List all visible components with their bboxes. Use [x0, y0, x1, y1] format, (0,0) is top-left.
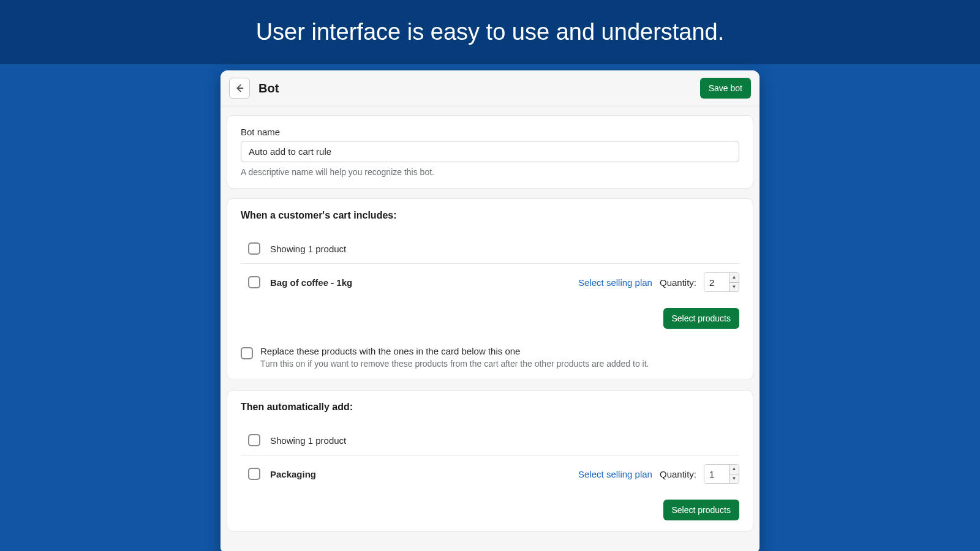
include-quantity-stepper: ▲ ▼: [704, 272, 739, 292]
back-button[interactable]: [229, 78, 250, 99]
marketing-banner: User interface is easy to use and unders…: [0, 0, 980, 64]
add-select-all-checkbox[interactable]: [248, 434, 260, 446]
add-quantity-input[interactable]: [704, 465, 729, 483]
include-quantity-input[interactable]: [704, 273, 729, 291]
add-showing-row: Showing 1 product: [241, 425, 739, 455]
include-qty-up-button[interactable]: ▲: [729, 273, 739, 282]
bot-name-label: Bot name: [241, 127, 739, 137]
chevron-up-icon: ▲: [732, 467, 737, 471]
chevron-down-icon: ▼: [732, 285, 737, 290]
replace-checkbox[interactable]: [241, 347, 253, 359]
include-select-products-button[interactable]: Select products: [663, 308, 740, 329]
save-bot-button[interactable]: Save bot: [700, 78, 751, 99]
add-select-products-button[interactable]: Select products: [663, 500, 740, 520]
include-select-all-checkbox[interactable]: [248, 242, 260, 255]
include-select-plan-link[interactable]: Select selling plan: [578, 277, 652, 288]
bot-name-input[interactable]: [241, 141, 739, 162]
add-select-plan-link[interactable]: Select selling plan: [578, 469, 652, 479]
chevron-up-icon: ▲: [732, 275, 737, 280]
include-showing-row: Showing 1 product: [241, 234, 739, 263]
add-title: Then automatically add:: [241, 402, 739, 413]
add-quantity-stepper: ▲ ▼: [704, 464, 739, 484]
add-card: Then automatically add: Showing 1 produc…: [227, 390, 753, 532]
include-qty-down-button[interactable]: ▼: [729, 282, 739, 292]
replace-help: Turn this on if you want to remove these…: [260, 359, 649, 369]
bot-name-card: Bot name A descriptive name will help yo…: [227, 115, 753, 189]
app-window: Bot Save bot Bot name A descriptive name…: [221, 70, 760, 551]
include-product-checkbox[interactable]: [248, 276, 260, 288]
add-qty-down-button[interactable]: ▼: [729, 474, 739, 484]
page-title: Bot: [258, 81, 279, 96]
replace-row: Replace these products with the ones in …: [241, 346, 739, 369]
add-product-name: Packaging: [270, 469, 578, 479]
arrow-left-icon: [234, 83, 245, 94]
include-title: When a customer's cart includes:: [241, 210, 739, 221]
add-product-row: Packaging Select selling plan Quantity: …: [241, 455, 739, 492]
add-quantity-label: Quantity:: [660, 469, 696, 479]
include-card: When a customer's cart includes: Showing…: [227, 198, 753, 380]
replace-label: Replace these products with the ones in …: [260, 346, 649, 356]
chevron-down-icon: ▼: [732, 476, 737, 481]
banner-text: User interface is easy to use and unders…: [256, 19, 725, 45]
include-quantity-label: Quantity:: [660, 277, 696, 288]
bot-name-help: A descriptive name will help you recogni…: [241, 167, 739, 177]
add-qty-up-button[interactable]: ▲: [729, 465, 739, 474]
include-product-name: Bag of coffee - 1kg: [270, 277, 578, 288]
include-product-row: Bag of coffee - 1kg Select selling plan …: [241, 263, 739, 301]
add-showing-label: Showing 1 product: [270, 435, 739, 446]
include-showing-label: Showing 1 product: [270, 244, 739, 254]
add-product-checkbox[interactable]: [248, 468, 260, 480]
app-header: Bot Save bot: [221, 70, 760, 107]
